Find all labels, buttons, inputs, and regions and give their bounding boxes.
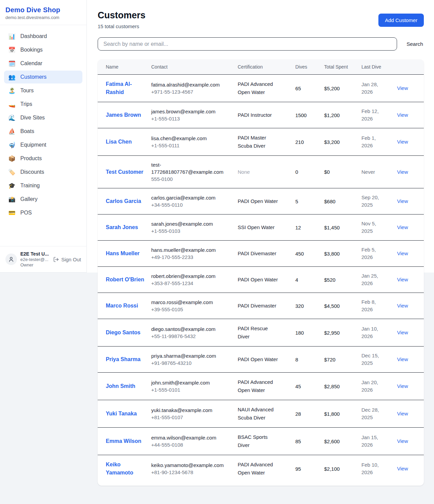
customer-name-link[interactable]: Priya Sharma xyxy=(106,355,140,363)
sidebar: Demo Dive Shop demo.test.divestreams.com… xyxy=(0,0,87,273)
sidebar-item-bookings[interactable]: 📅 Bookings xyxy=(4,43,82,56)
customer-name-link[interactable]: Yuki Tanaka xyxy=(106,410,137,418)
sidebar-item-gallery[interactable]: 📸 Gallery xyxy=(4,193,82,206)
table-row: Carlos Garcia carlos.garcia@example.com … xyxy=(98,188,424,214)
customer-name-link[interactable]: Sarah Jones xyxy=(106,223,138,231)
customer-name-link[interactable]: Emma Wilson xyxy=(106,437,141,445)
sidebar-item-pos[interactable]: 💳 POS xyxy=(4,206,82,219)
customer-phone: +1-555-0101 xyxy=(151,386,228,393)
view-link[interactable]: View xyxy=(397,224,408,230)
island-icon: 🏝️ xyxy=(8,88,16,94)
customer-name-link[interactable]: Carlos Garcia xyxy=(106,197,141,205)
add-customer-button[interactable]: Add Customer xyxy=(378,14,424,27)
customer-phone: +353-87-555-1234 xyxy=(151,280,228,287)
view-cell: View xyxy=(397,267,424,293)
search-row: Search xyxy=(98,37,424,51)
dives-cell: 0 xyxy=(295,156,324,188)
total-spent-cell: $2,850 xyxy=(324,373,361,400)
search-button[interactable]: Search xyxy=(406,38,424,50)
contact-cell: test-1772681807767@example.com 555-0100 xyxy=(151,156,238,188)
sidebar-item-dashboard[interactable]: 📊 Dashboard xyxy=(4,30,82,43)
dives-cell: 4 xyxy=(295,267,324,293)
view-link[interactable]: View xyxy=(397,277,408,282)
sidebar-item-dive-sites[interactable]: 🌊 Dive Sites xyxy=(4,111,82,124)
sidebar-item-customers[interactable]: 👥 Customers xyxy=(4,71,82,83)
view-link[interactable]: View xyxy=(397,169,408,175)
customers-table: NameContactCertificationDivesTotal Spent… xyxy=(98,59,424,486)
sidebar-item-calendar[interactable]: 🗓️ Calendar xyxy=(4,57,82,70)
contact-cell: carlos.garcia@example.com +34-555-0110 xyxy=(151,188,238,214)
customer-email: yuki.tanaka@example.com xyxy=(151,407,228,414)
table-row: Test Customer test-1772681807767@example… xyxy=(98,156,424,188)
sign-out-button[interactable]: Sign Out xyxy=(53,257,81,262)
sidebar-item-label: POS xyxy=(20,210,32,216)
customer-name-link[interactable]: James Brown xyxy=(106,111,141,119)
sidebar-item-discounts[interactable]: 🏷️ Discounts xyxy=(4,166,82,179)
table-row: Emma Wilson emma.wilson@example.com +44-… xyxy=(98,428,424,455)
customer-email: lisa.chen@example.com xyxy=(151,135,228,142)
view-link[interactable]: View xyxy=(397,198,408,204)
search-input[interactable] xyxy=(98,37,397,51)
dives-cell: 180 xyxy=(295,319,324,347)
customer-name-link[interactable]: Lisa Chen xyxy=(106,138,132,146)
certification-cell: PADI Open Water xyxy=(238,347,295,373)
wave-icon: 🌊 xyxy=(8,115,16,121)
view-cell: View xyxy=(397,102,424,128)
sidebar-item-label: Gallery xyxy=(20,196,38,202)
view-cell: View xyxy=(397,293,424,319)
total-spent-cell: $720 xyxy=(324,347,361,373)
customer-name-link[interactable]: Hans Mueller xyxy=(106,249,140,258)
table-row: Keiko Yamamoto keiko.yamamoto@example.co… xyxy=(98,455,424,486)
speedboat-icon: 🚤 xyxy=(8,101,16,107)
table-row: Diego Santos diego.santos@example.com +5… xyxy=(98,319,424,347)
dives-cell: 65 xyxy=(295,75,324,102)
customer-phone: +44-555-0108 xyxy=(151,441,228,448)
view-cell: View xyxy=(397,128,424,156)
total-spent-cell: $2,100 xyxy=(324,455,361,486)
view-link[interactable]: View xyxy=(397,383,408,389)
customers-table-card: NameContactCertificationDivesTotal Spent… xyxy=(98,59,424,486)
view-link[interactable]: View xyxy=(397,356,408,362)
view-link[interactable]: View xyxy=(397,303,408,309)
customer-name-link[interactable]: Test Customer xyxy=(106,168,143,176)
customer-name-link[interactable]: Fatima Al-Rashid xyxy=(106,80,146,96)
view-link[interactable]: View xyxy=(397,250,408,256)
customer-name-cell: Marco Rossi xyxy=(98,293,151,319)
customer-name-link[interactable]: John Smith xyxy=(106,382,135,390)
certification-cell: NAUI Advanced Scuba Diver xyxy=(238,400,295,428)
customer-phone: +1-555-0103 xyxy=(151,227,228,235)
total-spent-cell: $2,600 xyxy=(324,428,361,455)
sidebar-item-training[interactable]: 🎓 Training xyxy=(4,179,82,192)
total-spent-cell: $1,450 xyxy=(324,214,361,241)
customer-phone: +91-98765-43210 xyxy=(151,359,228,367)
user-name: E2E Test U... xyxy=(20,251,50,257)
total-spent-cell: $1,800 xyxy=(324,400,361,428)
view-link[interactable]: View xyxy=(397,85,408,91)
customer-name-link[interactable]: Robert O'Brien xyxy=(106,276,144,284)
customer-name-link[interactable]: Diego Santos xyxy=(106,329,140,337)
sidebar-item-products[interactable]: 📦 Products xyxy=(4,152,82,165)
sidebar-item-trips[interactable]: 🚤 Trips xyxy=(4,98,82,111)
view-cell: View xyxy=(397,75,424,102)
sidebar-item-tours[interactable]: 🏝️ Tours xyxy=(4,84,82,97)
customer-email: diego.santos@example.com xyxy=(151,325,228,333)
customer-phone: +81-555-0107 xyxy=(151,414,228,421)
customer-email: robert.obrien@example.com xyxy=(151,273,228,280)
view-link[interactable]: View xyxy=(397,139,408,145)
view-link[interactable]: View xyxy=(397,438,408,444)
customer-email: james.brown@example.com xyxy=(151,108,228,115)
last-dive-cell: Jan 28, 2026 xyxy=(361,75,397,102)
sidebar-item-equipment[interactable]: 🤿 Equipment xyxy=(4,138,82,151)
table-row: Yuki Tanaka yuki.tanaka@example.com +81-… xyxy=(98,400,424,428)
view-link[interactable]: View xyxy=(397,411,408,416)
sidebar-item-label: Dashboard xyxy=(20,33,47,39)
shop-domain: demo.test.divestreams.com xyxy=(5,15,81,20)
view-link[interactable]: View xyxy=(397,466,408,471)
sidebar-item-boats[interactable]: ⛵ Boats xyxy=(4,125,82,138)
view-link[interactable]: View xyxy=(397,330,408,335)
customer-phone: +55-11-99876-5432 xyxy=(151,333,228,340)
view-cell: View xyxy=(397,455,424,486)
view-link[interactable]: View xyxy=(397,112,408,118)
customer-name-link[interactable]: Marco Rossi xyxy=(106,302,138,310)
customer-name-link[interactable]: Keiko Yamamoto xyxy=(106,461,146,477)
